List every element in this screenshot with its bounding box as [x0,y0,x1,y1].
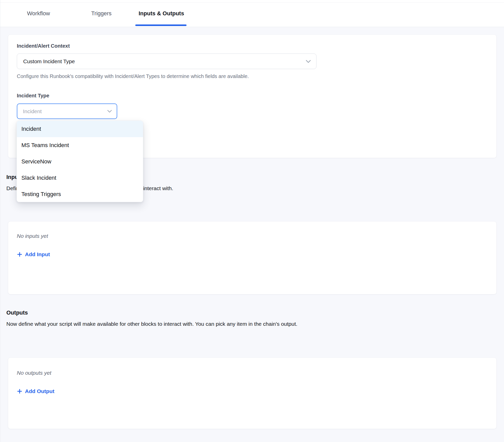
dropdown-option-slack-incident[interactable]: Slack Incident [17,170,143,186]
chevron-down-icon [306,60,311,63]
tab-triggers-label: Triggers [91,10,112,17]
incident-type-select[interactable]: Incident [17,103,117,119]
add-output-button[interactable]: Add Output [15,387,56,395]
dropdown-option-ms-teams-incident[interactable]: MS Teams Incident [17,137,143,153]
plus-icon [17,252,22,257]
incident-type-select-placeholder: Incident [23,108,42,114]
incident-alert-context-label: Incident/Alert Context [17,43,70,49]
incident-context-help-text: Configure this Runbook's compatibility w… [17,73,249,79]
outputs-heading: Outputs [6,309,28,316]
tab-inputs-outputs-label: Inputs & Outputs [139,10,184,17]
tab-triggers[interactable]: Triggers [91,0,112,27]
incident-type-label: Incident Type [17,93,49,99]
plus-icon [17,388,22,394]
add-input-label: Add Input [25,251,50,257]
outputs-empty-state: No outputs yet [17,370,51,376]
dropdown-option-servicenow[interactable]: ServiceNow [17,153,143,170]
incident-context-select[interactable]: Custom Incident Type [17,54,316,69]
outputs-description: Now define what your script will make av… [6,321,297,327]
outputs-card: No outputs yet Add Output [8,357,497,429]
inputs-card: No inputs yet Add Input [8,221,497,294]
incident-context-select-value: Custom Incident Type [23,58,75,64]
dropdown-option-incident[interactable]: Incident [17,121,143,137]
dropdown-option-testing-triggers[interactable]: Testing Triggers [17,186,143,202]
add-input-button[interactable]: Add Input [15,250,51,258]
incident-type-dropdown-menu: Incident MS Teams Incident ServiceNow Sl… [17,121,143,202]
add-output-label: Add Output [25,388,54,394]
tab-bar: Workflow Triggers Inputs & Outputs [0,0,504,27]
active-tab-underline [135,24,187,26]
inputs-empty-state: No inputs yet [17,233,48,239]
tab-workflow[interactable]: Workflow [27,0,50,27]
chevron-down-icon [107,110,112,113]
top-hairline [0,2,504,3]
tab-workflow-label: Workflow [27,10,50,17]
tab-inputs-outputs[interactable]: Inputs & Outputs [139,0,184,27]
